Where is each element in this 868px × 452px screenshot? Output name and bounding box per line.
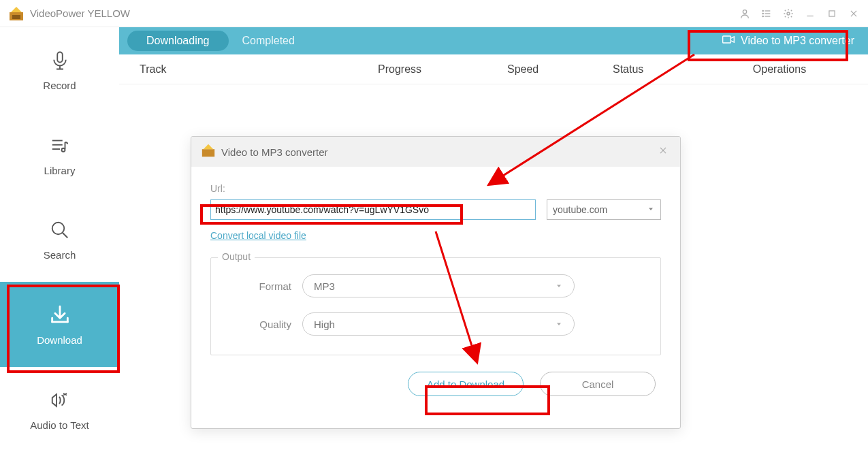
tab-downloading[interactable]: Downloading	[127, 31, 229, 51]
svg-rect-12	[829, 10, 835, 16]
list-icon[interactable]	[760, 7, 773, 20]
url-input[interactable]	[210, 199, 536, 220]
maximize-icon[interactable]	[826, 7, 838, 20]
format-value: MP3	[314, 280, 335, 292]
svg-rect-22	[723, 36, 731, 43]
svg-point-20	[52, 223, 64, 235]
audio-to-text-icon	[48, 388, 72, 413]
search-icon	[48, 218, 72, 242]
converter-dialog: Video to MP3 converter Url: youtube.com …	[191, 136, 681, 429]
window-controls	[739, 7, 860, 20]
cancel-button[interactable]: Cancel	[540, 372, 656, 396]
sidebar-item-label: Search	[44, 249, 76, 261]
app-title: VideoPower YELLOW	[30, 7, 739, 19]
sidebar-item-search[interactable]: Search	[0, 197, 119, 282]
svg-point-3	[743, 10, 746, 13]
sidebar-item-label: Record	[43, 80, 76, 91]
chevron-down-icon	[647, 204, 655, 215]
microphone-icon	[48, 48, 72, 73]
svg-point-8	[762, 13, 763, 14]
svg-line-21	[62, 233, 67, 238]
output-group: Output Format MP3 Quality High	[210, 257, 661, 355]
svg-point-10	[787, 12, 790, 15]
col-speed: Speed	[507, 63, 613, 76]
svg-point-9	[762, 16, 763, 16]
site-dropdown-value: youtube.com	[553, 204, 607, 215]
minimize-icon[interactable]	[804, 7, 816, 20]
close-icon[interactable]	[848, 7, 860, 20]
svg-marker-24	[204, 144, 214, 149]
svg-marker-28	[557, 285, 561, 287]
svg-marker-27	[649, 208, 653, 211]
add-to-download-button[interactable]: Add to Download	[408, 372, 524, 396]
converter-link-label: Video to MP3 converter	[741, 35, 854, 47]
account-icon[interactable]	[739, 7, 751, 20]
converter-icon	[722, 33, 735, 49]
format-label: Format	[227, 280, 302, 292]
dialog-title: Video to MP3 converter	[221, 146, 656, 158]
svg-point-19	[61, 148, 65, 151]
titlebar: VideoPower YELLOW	[0, 0, 868, 27]
site-dropdown[interactable]: youtube.com	[547, 199, 661, 220]
dialog-titlebar: Video to MP3 converter	[191, 137, 680, 167]
quality-dropdown[interactable]: High	[302, 312, 575, 336]
sidebar-item-label: Download	[37, 334, 82, 346]
library-icon	[48, 133, 72, 158]
video-to-mp3-converter-link[interactable]: Video to MP3 converter	[716, 31, 860, 50]
svg-marker-29	[557, 323, 561, 325]
tabbar: Downloading Completed Video to MP3 conve…	[119, 27, 868, 54]
sidebar-item-download[interactable]: Download	[0, 282, 119, 367]
svg-rect-2	[12, 15, 20, 19]
format-dropdown[interactable]: MP3	[302, 274, 575, 297]
col-operations: Operations	[711, 63, 848, 76]
sidebar-item-record[interactable]: Record	[0, 27, 119, 112]
col-progress: Progress	[378, 63, 507, 76]
col-status: Status	[613, 63, 711, 76]
quality-label: Quality	[227, 319, 302, 330]
app-logo-icon	[8, 5, 25, 22]
table-header: Track Progress Speed Status Operations	[119, 54, 868, 84]
sidebar: Record Library Search Download Audio to …	[0, 27, 119, 452]
chevron-down-icon	[555, 319, 563, 330]
svg-marker-1	[11, 7, 22, 12]
convert-local-file-link[interactable]: Convert local video file	[210, 230, 306, 241]
dialog-close-icon[interactable]	[656, 143, 671, 161]
svg-rect-23	[202, 149, 214, 157]
url-label: Url:	[210, 183, 661, 194]
dialog-logo-icon	[201, 143, 216, 161]
quality-value: High	[314, 319, 335, 330]
sidebar-item-audio-to-text[interactable]: Audio to Text	[0, 367, 119, 452]
svg-rect-15	[57, 52, 63, 62]
output-legend: Output	[218, 251, 255, 262]
download-icon	[48, 303, 72, 327]
svg-point-7	[762, 10, 763, 11]
sidebar-item-label: Library	[44, 165, 76, 176]
sidebar-item-label: Audio to Text	[30, 419, 89, 431]
gear-icon[interactable]	[782, 7, 794, 20]
tab-completed[interactable]: Completed	[242, 35, 295, 47]
col-track: Track	[140, 63, 378, 76]
chevron-down-icon	[555, 280, 563, 292]
sidebar-item-library[interactable]: Library	[0, 112, 119, 197]
